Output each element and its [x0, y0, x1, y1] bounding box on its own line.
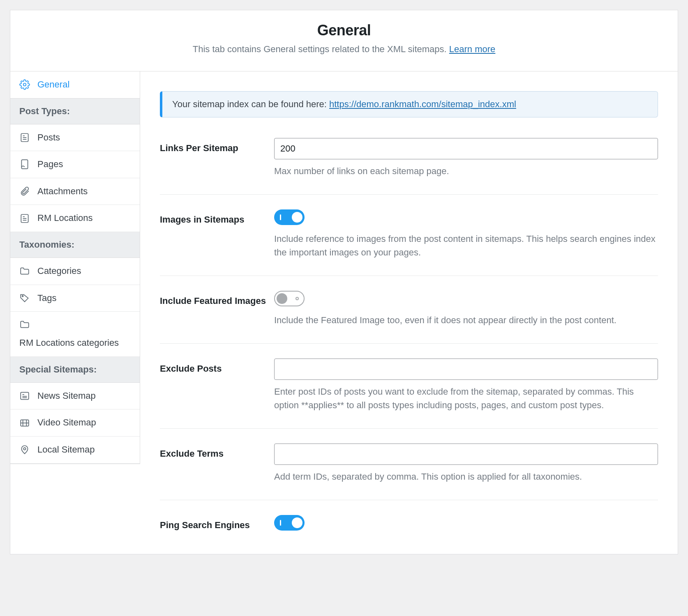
sidebar-item-label: Attachments	[37, 186, 88, 198]
sidebar-item-label: General	[37, 79, 69, 91]
field-ping-search-engines: Ping Search Engines	[160, 515, 658, 549]
svg-rect-11	[21, 392, 29, 399]
video-icon	[19, 418, 30, 428]
sidebar-item-label: Video Sitemap	[37, 417, 96, 429]
svg-rect-5	[21, 160, 28, 169]
images-in-sitemaps-toggle[interactable]	[274, 209, 305, 225]
sidebar-item-categories[interactable]: Categories	[10, 258, 140, 285]
sidebar-item-label: Categories	[37, 265, 81, 277]
field-links-per-sitemap: Links Per Sitemap Max number of links on…	[160, 138, 658, 195]
field-label: Exclude Posts	[160, 359, 266, 374]
sidebar-section-taxonomies: Taxonomies:	[10, 232, 140, 258]
field-exclude-posts: Exclude Posts Enter post IDs of posts yo…	[160, 359, 658, 429]
field-include-featured-images: Include Featured Images Include the Feat…	[160, 291, 658, 344]
sitemap-index-link[interactable]: https://demo.rankmath.com/sitemap_index.…	[329, 99, 516, 109]
sidebar-item-label: Posts	[37, 132, 60, 144]
folder-icon	[19, 319, 30, 330]
exclude-posts-input[interactable]	[274, 359, 658, 380]
sidebar-item-rm-locations-categories[interactable]: RM Locations categories	[10, 312, 140, 357]
sidebar-item-posts[interactable]: Posts	[10, 124, 140, 152]
field-label: Include Featured Images	[160, 291, 266, 306]
exclude-terms-input[interactable]	[274, 444, 658, 465]
sidebar-item-label: RM Locations categories	[19, 337, 119, 349]
sidebar-item-label: News Sitemap	[37, 390, 96, 402]
field-help: Include the Featured Image too, even if …	[274, 313, 658, 327]
folder-icon	[19, 266, 30, 276]
sidebar-section-post-types: Post Types:	[10, 99, 140, 124]
sidebar-item-video-sitemap[interactable]: Video Sitemap	[10, 409, 140, 437]
sidebar-item-label: RM Locations	[37, 212, 93, 224]
sidebar-section-special: Special Sitemaps:	[10, 357, 140, 383]
field-images-in-sitemaps: Images in Sitemaps Include reference to …	[160, 209, 658, 276]
field-label: Exclude Terms	[160, 444, 266, 459]
sidebar-item-news-sitemap[interactable]: News Sitemap	[10, 383, 140, 410]
sidebar-item-general[interactable]: General	[10, 71, 140, 99]
svg-point-0	[23, 83, 26, 86]
sidebar-item-label: Tags	[37, 292, 56, 304]
gear-icon	[19, 79, 30, 90]
field-help: Enter post IDs of posts you want to excl…	[274, 385, 658, 412]
svg-point-10	[22, 296, 23, 297]
sidebar-item-local-sitemap[interactable]: Local Sitemap	[10, 437, 140, 464]
attachment-icon	[19, 186, 30, 197]
post-icon	[19, 132, 30, 143]
sidebar-item-label: Pages	[37, 159, 63, 170]
field-exclude-terms: Exclude Terms Add term IDs, separated by…	[160, 444, 658, 500]
sidebar-item-label: Local Sitemap	[37, 444, 95, 456]
learn-more-link[interactable]: Learn more	[449, 44, 496, 54]
field-help: Max number of links on each sitemap page…	[274, 164, 658, 178]
field-label: Ping Search Engines	[160, 515, 266, 531]
pin-icon	[19, 444, 30, 455]
include-featured-images-toggle[interactable]	[274, 291, 305, 306]
sidebar: General Post Types: Posts Pages Attachme…	[10, 71, 140, 464]
tag-icon	[19, 293, 30, 303]
panel-header: General This tab contains General settin…	[10, 10, 678, 71]
sidebar-item-attachments[interactable]: Attachments	[10, 178, 140, 205]
settings-panel: General This tab contains General settin…	[10, 10, 678, 554]
sidebar-item-rm-locations[interactable]: RM Locations	[10, 205, 140, 232]
news-icon	[19, 391, 30, 401]
page-subtitle: This tab contains General settings relat…	[27, 44, 661, 55]
field-label: Links Per Sitemap	[160, 138, 266, 154]
ping-search-engines-toggle[interactable]	[274, 515, 305, 531]
field-help: Include reference to images from the pos…	[274, 232, 658, 259]
sidebar-item-pages[interactable]: Pages	[10, 151, 140, 178]
field-label: Images in Sitemaps	[160, 209, 266, 225]
field-help: Add term IDs, separated by comma. This o…	[274, 470, 658, 483]
settings-content: Your sitemap index can be found here: ht…	[140, 71, 678, 554]
post-icon	[19, 213, 30, 224]
page-title: General	[27, 22, 661, 39]
svg-point-19	[23, 448, 25, 450]
sitemap-url-notice: Your sitemap index can be found here: ht…	[160, 91, 658, 117]
sidebar-item-tags[interactable]: Tags	[10, 285, 140, 312]
links-per-sitemap-input[interactable]	[274, 138, 658, 159]
page-icon	[19, 159, 30, 170]
